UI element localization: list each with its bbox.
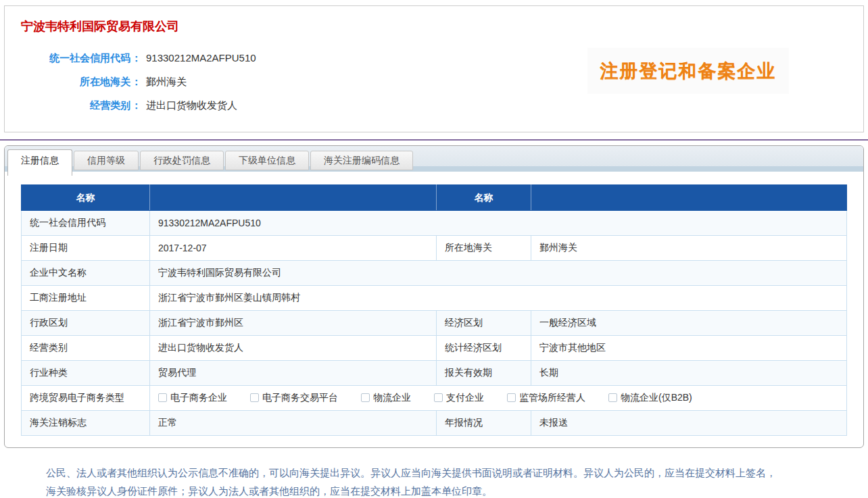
field-label-uscc: 统一社会信用代码 (21, 52, 130, 65)
row-value-cell: 宁波韦特利国际贸易有限公司 (150, 261, 847, 286)
row-label-cell: 统一社会信用代码 (22, 211, 150, 236)
field-row-customs-office: 所在地海关：鄞州海关 (21, 76, 256, 99)
row-value-cell: 进出口货物收发货人 (150, 336, 437, 361)
column-header-value-1 (150, 185, 437, 211)
column-header-value-2 (531, 185, 847, 211)
registration-status-badge: 注册登记和备案企业 (587, 48, 789, 94)
row-value-cell: 未报送 (531, 411, 847, 436)
row-value-cell: 所在地海关 (437, 236, 531, 261)
table-row: 行政区划浙江省宁波市鄞州区经济区划一般经济区域 (22, 311, 847, 336)
disclaimer-line-2: 海关验核异议人身份证件原件；异议人为法人或者其他组织的，应当在提交材料上加盖本单… (46, 482, 830, 498)
row-label-cell: 行政区划 (22, 311, 150, 336)
row-label-cell: 注册日期 (22, 236, 150, 261)
row-value-cell: 91330212MA2AFPU510 (150, 211, 847, 236)
row-value-cell: 浙江省宁波市鄞州区姜山镇周韩村 (150, 286, 847, 311)
checkbox-label-supervised-premises-operator: 监管场所经营人 (519, 392, 585, 403)
row-label-cell: 经营类别 (22, 336, 150, 361)
company-name: 宁波韦特利国际贸易有限公司 (21, 18, 179, 34)
table-row: 注册日期2017-12-07所在地海关鄞州海关 (22, 236, 847, 261)
row-value-cell: 浙江省宁波市鄞州区 (150, 311, 437, 336)
purple-separator (0, 139, 868, 141)
field-value-business-category: 进出口货物收发货人 (146, 99, 237, 111)
table-header-row: 名称 名称 (22, 185, 847, 211)
checkbox-label-ecommerce-enterprise: 电子商务企业 (170, 392, 227, 403)
row-value-cell: 经济区划 (437, 311, 531, 336)
checkbox-item-payment-enterprise: 支付企业 (434, 392, 484, 404)
table-row: 跨境贸易电子商务类型电子商务企业电子商务交易平台物流企业支付企业监管场所经营人物… (22, 386, 847, 411)
tab-content: 名称 名称 统一社会信用代码91330212MA2AFPU510注册日期2017… (5, 172, 863, 436)
field-separator: ： (131, 76, 141, 87)
row-value-cell: 一般经济区域 (531, 311, 847, 336)
row-value-cell: 统计经济区划 (437, 336, 531, 361)
tab-registration-info[interactable]: 注册信息 (7, 149, 72, 176)
checkbox-supervised-premises-operator[interactable] (507, 393, 516, 402)
main-panel: 注册信息信用等级行政处罚信息下级单位信息海关注册编码信息 名称 名称 统一社会信… (4, 145, 864, 448)
checkbox-logistics-enterprise[interactable] (361, 393, 370, 402)
row-value-cell: 宁波市其他地区 (531, 336, 847, 361)
tab-credit-rating[interactable]: 信用等级 (74, 151, 139, 170)
checkbox-payment-enterprise[interactable] (434, 393, 443, 402)
disclaimer-line-1: 公民、法人或者其他组织认为公示信息不准确的，可以向海关提出异议。异议人应当向海关… (46, 464, 830, 482)
row-label-cell: 工商注册地址 (22, 286, 150, 311)
tab-customs-registration-code-info[interactable]: 海关注册编码信息 (310, 151, 413, 170)
column-header-name-2: 名称 (437, 185, 531, 211)
row-value-cell: 2017-12-07 (150, 236, 437, 261)
company-info-card: 宁波韦特利国际贸易有限公司 统一社会信用代码：91330212MA2AFPU51… (4, 5, 864, 132)
table-row: 企业中文名称宁波韦特利国际贸易有限公司 (22, 261, 847, 286)
field-label-customs-office: 所在地海关 (21, 76, 130, 89)
field-value-uscc: 91330212MA2AFPU510 (146, 52, 256, 64)
field-row-uscc: 统一社会信用代码：91330212MA2AFPU510 (21, 52, 256, 76)
table-row: 经营类别进出口货物收发货人统计经济区划宁波市其他地区 (22, 336, 847, 361)
checkbox-ecommerce-trading-platform[interactable] (250, 393, 259, 402)
tab-strip: 注册信息信用等级行政处罚信息下级单位信息海关注册编码信息 (5, 146, 863, 172)
row-label-cell: 行业种类 (22, 361, 150, 386)
tab-subordinate-unit-info[interactable]: 下级单位信息 (225, 151, 309, 170)
row-value-cell: 鄞州海关 (531, 236, 847, 261)
table-row: 统一社会信用代码91330212MA2AFPU510 (22, 211, 847, 236)
checkbox-item-logistics-enterprise: 物流企业 (361, 392, 411, 404)
field-separator: ： (131, 99, 141, 111)
tabs: 注册信息信用等级行政处罚信息下级单位信息海关注册编码信息 (7, 149, 413, 176)
disclaimer: 公民、法人或者其他组织认为公示信息不准确的，可以向海关提出异议。异议人应当向海关… (46, 464, 830, 498)
table-row: 行业种类贸易代理报关有效期长期 (22, 361, 847, 386)
row-value-cell: 贸易代理 (150, 361, 437, 386)
checkbox-item-ecommerce-trading-platform: 电子商务交易平台 (250, 392, 338, 404)
checkbox-label-ecommerce-trading-platform: 电子商务交易平台 (262, 392, 338, 403)
registration-table: 名称 名称 统一社会信用代码91330212MA2AFPU510注册日期2017… (21, 184, 847, 436)
table-body: 统一社会信用代码91330212MA2AFPU510注册日期2017-12-07… (22, 211, 847, 436)
table-row: 海关注销标志正常年报情况未报送 (22, 411, 847, 436)
checkbox-label-logistics-enterprise-b2b: 物流企业(仅B2B) (621, 392, 692, 403)
field-row-business-category: 经营类别：进出口货物收发货人 (21, 99, 256, 123)
field-separator: ： (131, 52, 141, 64)
checkbox-label-logistics-enterprise: 物流企业 (373, 392, 411, 403)
tab-administrative-penalty-info[interactable]: 行政处罚信息 (140, 151, 224, 170)
row-value-cell: 报关有效期 (437, 361, 531, 386)
checkbox-group-cell: 电子商务企业电子商务交易平台物流企业支付企业监管场所经营人物流企业(仅B2B) (150, 386, 847, 411)
checkbox-ecommerce-enterprise[interactable] (158, 393, 167, 402)
company-fields: 统一社会信用代码：91330212MA2AFPU510 所在地海关：鄞州海关 经… (21, 52, 256, 123)
row-label-cell: 跨境贸易电子商务类型 (22, 386, 150, 411)
row-label-cell: 企业中文名称 (22, 261, 150, 286)
row-value-cell: 长期 (531, 361, 847, 386)
checkbox-logistics-enterprise-b2b[interactable] (608, 393, 617, 402)
table-row: 工商注册地址浙江省宁波市鄞州区姜山镇周韩村 (22, 286, 847, 311)
row-value-cell: 年报情况 (437, 411, 531, 436)
row-value-cell: 正常 (150, 411, 437, 436)
checkbox-item-ecommerce-enterprise: 电子商务企业 (158, 392, 227, 404)
checkbox-item-supervised-premises-operator: 监管场所经营人 (507, 392, 585, 404)
checkbox-item-logistics-enterprise-b2b: 物流企业(仅B2B) (608, 392, 692, 404)
column-header-name-1: 名称 (22, 185, 150, 211)
checkbox-label-payment-enterprise: 支付企业 (446, 392, 484, 403)
row-label-cell: 海关注销标志 (22, 411, 150, 436)
field-label-business-category: 经营类别 (21, 99, 130, 112)
field-value-customs-office: 鄞州海关 (146, 76, 187, 87)
